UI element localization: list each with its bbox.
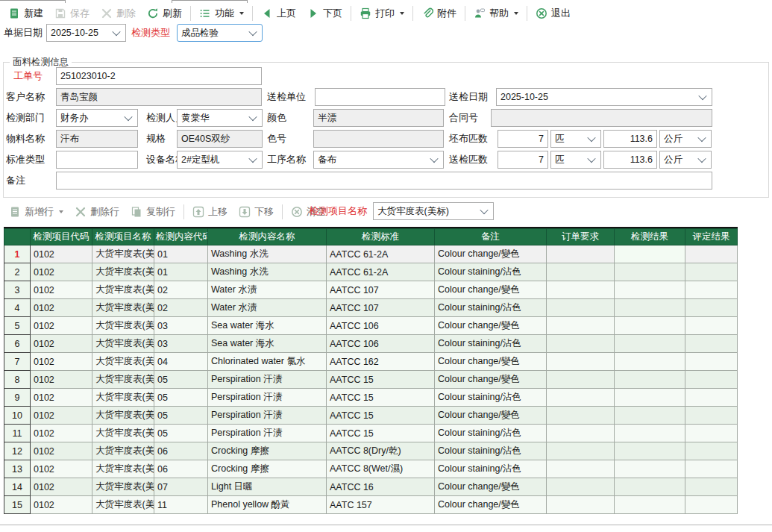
grid-cell-c-eval[interactable] xyxy=(685,299,738,317)
grid-cell-c-name[interactable]: 大货牢度表(美 xyxy=(92,335,154,353)
grid-cell-c-content-name[interactable]: Perspiration 汗渍 xyxy=(208,425,327,442)
grid-cell-c-remark[interactable]: Colour change/變色 xyxy=(435,245,547,263)
grid-cell-c-eval[interactable] xyxy=(685,407,738,425)
grid-cell-c-name[interactable]: 大货牢度表(美 xyxy=(92,442,154,460)
grid-cell-c-result[interactable] xyxy=(615,335,685,353)
grid-cell-c-name[interactable]: 大货牢度表(美 xyxy=(92,281,154,299)
grid-cell-c-eval[interactable] xyxy=(685,371,738,389)
grid-cell-c-order-req[interactable] xyxy=(547,496,615,514)
grid-cell-c-content-name[interactable]: Washing 水洗 xyxy=(208,263,327,281)
row-number-cell[interactable]: 1 xyxy=(4,245,31,263)
row-number-cell[interactable]: 6 xyxy=(4,335,31,353)
print-button[interactable]: 打印 xyxy=(354,5,409,22)
grid-cell-c-content-name[interactable]: Crocking 摩擦 xyxy=(208,460,327,478)
grid-cell-c-remark[interactable]: Colour staining/沾色 xyxy=(435,425,547,442)
grid-cell-c-remark[interactable]: Colour change/變色 xyxy=(435,478,547,496)
grid-cell-c-eval[interactable] xyxy=(685,478,738,496)
functions-button[interactable]: 功能 xyxy=(194,5,249,22)
grid-cell-c-code[interactable]: 0102 xyxy=(31,460,92,478)
delete-row-button[interactable]: 删除行 xyxy=(69,204,125,220)
row-number-cell[interactable]: 4 xyxy=(4,299,31,317)
grid-cell-c-standard[interactable]: AATC 157 xyxy=(327,496,435,514)
move-down-button[interactable]: 下移 xyxy=(233,204,279,220)
grid-cell-c-result[interactable] xyxy=(615,317,685,335)
add-row-button[interactable]: 新增行 xyxy=(4,204,69,220)
send_date-combo[interactable]: 2025-10-25 xyxy=(496,88,712,106)
std_type-input[interactable] xyxy=(56,151,138,169)
row-number-cell[interactable]: 9 xyxy=(4,389,31,407)
grid-cell-c-content-code[interactable]: 02 xyxy=(154,281,208,299)
exit-button[interactable]: 退出 xyxy=(530,5,576,22)
row-number-cell[interactable]: 15 xyxy=(4,496,31,514)
grid-cell-c-eval[interactable] xyxy=(685,442,738,460)
grid-cell-c-standard[interactable]: AATCC 15 xyxy=(327,389,435,407)
grid-cell-c-order-req[interactable] xyxy=(547,281,615,299)
grid-cell-c-standard[interactable]: AATCC 15 xyxy=(327,425,435,442)
grid-cell-c-result[interactable] xyxy=(615,478,685,496)
grid-cell-c-content-code[interactable]: 11 xyxy=(154,496,208,514)
grid-cell-c-order-req[interactable] xyxy=(547,353,615,371)
grid-cell-c-code[interactable]: 0102 xyxy=(31,335,92,353)
attachment-button[interactable]: 附件 xyxy=(416,5,462,22)
grid-cell-c-standard[interactable]: AATCC 107 xyxy=(327,299,435,317)
grid-cell-c-name[interactable]: 大货牢度表(美 xyxy=(92,317,154,335)
grid-cell-c-content-name[interactable]: Light 日曬 xyxy=(208,478,327,496)
grid-cell-c-result[interactable] xyxy=(615,496,685,514)
grid-cell-c-eval[interactable] xyxy=(685,263,738,281)
send_pieces-weight-input[interactable]: 113.6 xyxy=(603,151,657,169)
send_pieces-unit-combo[interactable]: 匹 xyxy=(550,151,601,169)
grid-cell-c-code[interactable]: 0102 xyxy=(31,478,92,496)
grid-cell-c-remark[interactable]: Colour change/變色 xyxy=(435,317,547,335)
grid-cell-c-result[interactable] xyxy=(615,281,685,299)
grid-cell-c-eval[interactable] xyxy=(685,353,738,371)
grid-cell-c-content-name[interactable]: Chlorinated water 氯水 xyxy=(208,353,327,371)
grid-cell-c-standard[interactable]: AATCC 8(Wet/濕) xyxy=(327,460,435,478)
grid-cell-c-order-req[interactable] xyxy=(547,407,615,425)
grid-cell-c-content-code[interactable]: 06 xyxy=(154,460,208,478)
grid-cell-c-content-code[interactable]: 05 xyxy=(154,371,208,389)
check-type-combo[interactable]: 成品检验 xyxy=(177,24,263,42)
grid-cell-c-content-code[interactable]: 07 xyxy=(154,478,208,496)
grid-cell-c-eval[interactable] xyxy=(685,389,738,407)
grid-cell-c-remark[interactable]: Colour change/變色 xyxy=(435,281,547,299)
grid-cell-c-remark[interactable]: Colour change/變色 xyxy=(435,407,547,425)
grid-cell-c-order-req[interactable] xyxy=(547,478,615,496)
grid-cell-c-standard[interactable]: AATCC 106 xyxy=(327,335,435,353)
grid-cell-c-name[interactable]: 大货牢度表(美 xyxy=(92,478,154,496)
row-number-cell[interactable]: 14 xyxy=(4,478,31,496)
grid-cell-c-remark[interactable]: Colour change/變色 xyxy=(435,353,547,371)
grid-cell-c-order-req[interactable] xyxy=(547,389,615,407)
grid-cell-c-result[interactable] xyxy=(615,263,685,281)
prev-page-button[interactable]: 上页 xyxy=(256,5,301,22)
row-number-cell[interactable]: 12 xyxy=(4,442,31,460)
row-number-cell[interactable]: 2 xyxy=(4,263,31,281)
grid-cell-c-content-name[interactable]: Water 水渍 xyxy=(208,299,327,317)
grid-cell-c-eval[interactable] xyxy=(685,460,738,478)
grid-cell-c-standard[interactable]: AATCC 15 xyxy=(327,407,435,425)
grid-cell-c-standard[interactable]: AATCC 16 xyxy=(327,478,435,496)
send_pieces-weight-unit-combo[interactable]: 公斤 xyxy=(659,151,712,169)
send_unit-input[interactable] xyxy=(315,88,445,106)
grid-cell-c-code[interactable]: 0102 xyxy=(31,425,92,442)
dept-combo[interactable]: 财务办 xyxy=(56,109,138,127)
grid-cell-c-content-name[interactable]: Crocking 摩擦 xyxy=(208,442,327,460)
grid-cell-c-result[interactable] xyxy=(615,389,685,407)
next-page-button[interactable]: 下页 xyxy=(302,5,348,22)
grid-cell-c-content-code[interactable]: 03 xyxy=(154,317,208,335)
grid-cell-c-order-req[interactable] xyxy=(547,263,615,281)
grid-cell-c-code[interactable]: 0102 xyxy=(31,317,92,335)
grid-cell-c-code[interactable]: 0102 xyxy=(31,389,92,407)
grid-cell-c-order-req[interactable] xyxy=(547,371,615,389)
grid-cell-c-name[interactable]: 大货牢度表(美 xyxy=(92,245,154,263)
grid-cell-c-code[interactable]: 0102 xyxy=(31,442,92,460)
grid-cell-c-name[interactable]: 大货牢度表(美 xyxy=(92,425,154,442)
grid-cell-c-eval[interactable] xyxy=(685,425,738,442)
grid-cell-c-content-name[interactable]: Perspiration 汗渍 xyxy=(208,371,327,389)
help-button[interactable]: 帮助 xyxy=(468,5,524,22)
grid-cell-c-content-code[interactable]: 05 xyxy=(154,407,208,425)
grey_pieces-weight-input[interactable]: 113.6 xyxy=(603,130,657,148)
grid-cell-c-content-code[interactable]: 01 xyxy=(154,263,208,281)
grid-cell-c-remark[interactable]: Colour staining/沾色 xyxy=(435,263,547,281)
grid-cell-c-name[interactable]: 大货牢度表(美 xyxy=(92,460,154,478)
row-number-cell[interactable]: 13 xyxy=(4,460,31,478)
